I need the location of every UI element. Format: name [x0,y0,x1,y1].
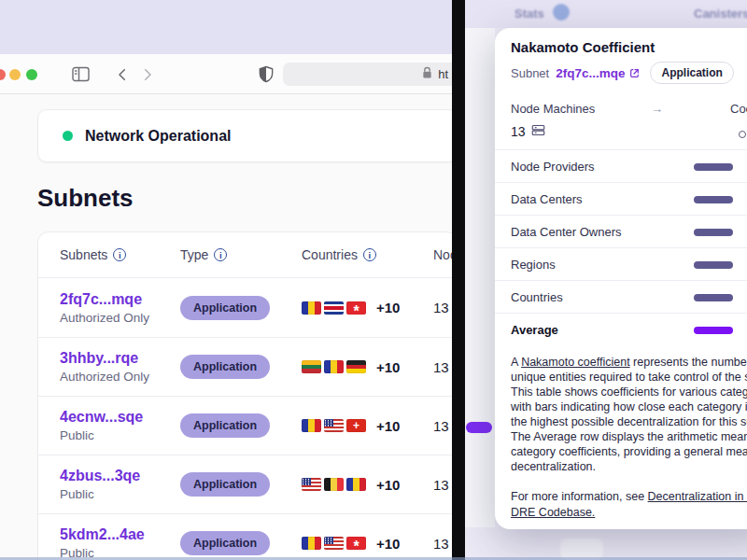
status-dot-icon [63,131,73,141]
modal-overlay: Stats Canisters Nakamoto Coefficient Sub… [465,0,747,560]
coefficient-gauge-icon [739,131,746,138]
coefficient-bar [694,294,733,301]
table-row[interactable]: 3hhby...rqe Authorized Only Application … [38,337,452,396]
countries-cell: +10 [302,536,433,552]
dre-codebase-link[interactable]: DRE Codebase. [511,506,595,519]
category-label: Average [511,323,558,337]
more-countries-count: +10 [376,359,400,375]
network-status-label: Network Operational [85,128,231,145]
subnet-type-badge: Application [180,472,270,497]
coefficient-bar [694,163,733,171]
subnet-link[interactable]: 2fq7c...mqe [60,291,180,308]
traffic-light-minimize-button[interactable] [9,69,21,80]
backdrop-header: Stats Canisters [465,0,747,28]
coefficient-row: Data Centers [495,182,747,215]
country-flag-icon [324,478,344,491]
tab-stats[interactable]: Stats [514,7,544,21]
split-divider [452,0,465,560]
info-icon[interactable] [214,248,227,261]
more-countries-count: +10 [376,300,400,315]
country-flag-icon [302,478,321,491]
more-countries-count: +10 [376,536,400,552]
countries-cell: +10 [302,300,433,315]
table-row[interactable]: 5kdm2...4ae Public Application +10 13 [38,513,452,560]
modal-subnet-row: Subnet 2fq7c...mqe Application [511,62,734,84]
screen: ht Network Operational Subnets Subnets T… [0,0,747,560]
shield-icon[interactable] [259,65,274,83]
tab-canisters[interactable]: Canisters [694,7,747,21]
backdrop-page-edge [465,28,495,527]
coefficient-table: Node Providers Data Centers Data Center … [495,149,747,345]
backdrop-progress-bar [466,422,492,433]
country-flag-icon [346,360,366,373]
coefficient-column-label: Coefficient [730,102,747,116]
coefficient-row: Node Providers [495,149,747,182]
subnet-link[interactable]: 4ecnw...sqe [60,409,180,426]
country-flag-icon [346,301,366,315]
country-flag-icon [302,419,321,432]
modal-title: Nakamoto Coefficient [511,39,655,55]
traffic-light-close-button[interactable] [0,69,6,80]
country-flag-icon [302,360,321,373]
coefficient-row: Regions [495,247,747,280]
country-flag-icon [324,301,344,315]
country-flag-icon [346,537,366,550]
url-text: ht [438,67,448,81]
node-machines-count: 13 [433,300,452,315]
node-machines-value: 13 [511,123,545,140]
browser-toolbar: ht [0,54,452,94]
coefficient-bar [694,261,733,269]
country-flag-icon [324,419,344,432]
subnet-access-label: Public [60,428,180,442]
nakamoto-coefficient-modal: Nakamoto Coefficient Subnet 2fq7c...mqe … [495,28,747,529]
node-machines-count: 13 [433,359,452,375]
traffic-light-zoom-button[interactable] [26,69,37,80]
node-machines-count: 13 [433,418,452,434]
decentralization-link[interactable]: Decentralization in th [648,490,747,503]
subnet-link[interactable]: 5kdm2...4ae [60,526,180,543]
column-header-type: Type [180,247,302,262]
footer-text: For more information, see Decentralizati… [511,489,747,521]
nakamoto-coefficient-link[interactable]: Nakamoto coefficient [521,356,630,369]
page-top-band [0,0,452,54]
coefficient-row: Data Center Owners [495,215,747,247]
subnet-type-badge: Application [180,531,270,555]
country-flag-icon [346,478,366,491]
table-row[interactable]: 4ecnw...sqe Public Application +10 13 [38,396,452,455]
country-flag-icon [302,301,321,315]
address-bar[interactable]: ht [283,63,452,86]
subnet-link[interactable]: 2fq7c...mqe [556,66,625,80]
subnet-link[interactable]: 3hhby...rqe [60,350,180,367]
sidebar-toggle-icon[interactable] [72,66,90,82]
info-icon[interactable] [113,248,126,261]
info-icon[interactable] [363,248,376,261]
countries-cell: +10 [302,418,433,434]
countries-cell: +10 [302,359,433,375]
page-title: Subnets [37,184,134,213]
subnet-link[interactable]: 4zbus...3qe [60,468,180,484]
browser-window: ht Network Operational Subnets Subnets T… [0,0,452,560]
lock-icon [422,66,432,83]
category-label: Countries [511,290,563,304]
column-header-countries: Countries [302,247,433,262]
node-machines-count: 13 [433,477,452,493]
subnet-type-badge: Application [180,296,270,320]
external-link-icon[interactable] [628,67,641,79]
table-row[interactable]: 2fq7c...mqe Authorized Only Application … [38,278,452,337]
more-countries-count: +10 [376,477,400,493]
column-header-node-machines: Node Machines [433,247,452,262]
table-row[interactable]: 4zbus...3qe Public Application +10 13 [38,455,452,513]
coefficient-bar [694,327,733,334]
category-label: Node Providers [511,160,595,174]
subnet-type-badge: Application [180,413,270,438]
subnet-label: Subnet [511,66,549,80]
forward-button[interactable] [139,66,156,83]
category-label: Data Centers [511,192,583,206]
node-machines-count: 13 [511,124,526,139]
country-flag-icon [346,419,366,432]
category-label: Regions [511,258,556,272]
back-button[interactable] [114,66,131,83]
subnet-type-badge: Application [650,62,733,84]
subnet-type-badge: Application [180,355,270,379]
country-flag-icon [302,537,321,550]
